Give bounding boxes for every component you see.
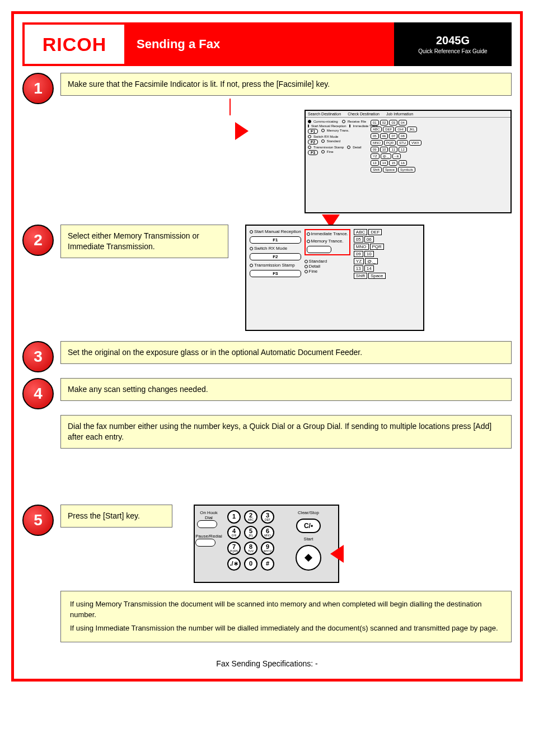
trans-mode-highlight: Immediate Trance. Memory Trance. (305, 229, 350, 255)
start-manual-label: Start Manual Reception (311, 124, 346, 128)
f1-key[interactable]: F1 (308, 129, 318, 134)
spec-heading: Fax Sending Specifications: - (22, 659, 512, 670)
pause-label: Pause/Redial (195, 534, 222, 539)
job-info-label: Job Information (386, 112, 413, 116)
fine-label2[interactable]: Fine (309, 269, 318, 274)
standard-label2[interactable]: Standard (309, 259, 327, 264)
tab-stu[interactable]: STU (397, 140, 408, 146)
step-1-number: 1 (22, 73, 54, 104)
numkey-star[interactable]: ./∗ (227, 557, 241, 571)
note-box: If using Memory Transmission the documen… (60, 591, 512, 643)
diamond-icon (305, 554, 312, 562)
step-2-text: Select either Memory Transmission or Imm… (60, 225, 228, 258)
page-frame: RICOH Sending a Fax 2045G Quick Referenc… (11, 11, 523, 682)
numkey-4[interactable]: 4GHI (227, 526, 241, 539)
clear-button[interactable]: C/• (296, 519, 321, 533)
numkey-hash[interactable]: # (261, 557, 274, 571)
model-number: 2045G (436, 34, 470, 47)
screenshot-1-row: Search Destination Check Destination Job… (22, 110, 512, 213)
page-title: Sending a Fax (137, 37, 220, 52)
tab-ghi[interactable]: GHI (395, 127, 406, 132)
start-label: Start (304, 536, 313, 542)
numkey-1[interactable]: 1 (227, 510, 241, 524)
pause-button[interactable] (195, 539, 216, 547)
trans-stamp-label2: Transmission Stamp (254, 263, 295, 268)
check-dest-label: Check Destination (348, 112, 380, 116)
f2-key2[interactable]: F2 (250, 253, 301, 260)
f3-key[interactable]: F3 (308, 150, 318, 155)
arrow-right-icon (235, 122, 249, 140)
fax-trans-mode-screen: Start Manual Reception F1 Switch RX Mode… (245, 225, 424, 331)
start-manual-label2: Start Manual Reception (254, 229, 301, 234)
numkey-9[interactable]: 9WXYZ (261, 542, 274, 555)
fine-label: Fine (327, 150, 334, 155)
title-bar: Sending a Fax (127, 22, 394, 66)
tab-def[interactable]: DEF (383, 127, 394, 132)
tab-pqr[interactable]: PQR (384, 140, 396, 146)
note-line-2: If using Immediate Transmission the numb… (70, 623, 502, 634)
numkey-5[interactable]: 5JKL (244, 526, 257, 539)
tab-dash[interactable]: -.& (392, 153, 401, 159)
tab-mno2[interactable]: MNO (354, 244, 369, 250)
tab-yz2[interactable]: YZ (354, 258, 364, 264)
step-5-text: Press the [Start] key. (60, 505, 172, 528)
step-3-text: Set the original on the exposure glass o… (60, 341, 512, 364)
memory-trans-label: Memory Trans. (327, 129, 349, 134)
f3-key2[interactable]: F3 (250, 270, 301, 277)
tab-jkl[interactable]: JKL (407, 127, 417, 132)
guide-subtitle: Quick Reference Fax Guide (418, 48, 487, 54)
numkey-7[interactable]: 7PQRS (227, 542, 241, 555)
tab-vwx[interactable]: VWX (409, 140, 421, 146)
f2-key[interactable]: F2 (308, 139, 318, 144)
numkey-3[interactable]: 3DEF (261, 510, 274, 524)
note-line-1: If using Memory Transmission the documen… (70, 599, 502, 620)
onhook-label: On Hook Dial (197, 510, 221, 520)
brand-logo: RICOH (22, 22, 127, 66)
tab-abc[interactable]: ABC (371, 127, 382, 132)
tab-mno[interactable]: MNO (371, 140, 383, 146)
switch-rx-label2: Switch RX Mode (254, 246, 287, 251)
step-3-number: 3 (22, 341, 54, 372)
numkey-6[interactable]: 6MNO (261, 526, 274, 539)
trans-stamp-label: Transmission Stamp (313, 146, 344, 149)
detail-label: Detail (353, 146, 361, 149)
tab-at2[interactable]: @._ (365, 258, 378, 264)
numkey-8[interactable]: 8TUV (244, 542, 257, 555)
tab-at[interactable]: @._ (381, 153, 391, 159)
step-5-number: 5 (22, 505, 54, 536)
brand-text: RICOH (43, 34, 107, 55)
step-4-row: 4 Make any scan setting changes needed. (22, 378, 512, 409)
numkey-0[interactable]: 0 (244, 557, 257, 571)
tab-pqr2[interactable]: PQR (370, 244, 384, 250)
start-button[interactable] (296, 545, 321, 571)
keypad-panel: On Hook Dial Pause/Redial 1 2ABC 3DEF 4G… (194, 505, 339, 583)
space-key[interactable]: Space (383, 167, 397, 172)
shift-key[interactable]: Shift (371, 167, 382, 172)
step-4-number: 4 (22, 378, 54, 409)
symbols-key[interactable]: Symbols (398, 167, 415, 172)
header: RICOH Sending a Fax 2045G Quick Referenc… (22, 22, 512, 66)
step-4a-row: Dial the fax number either using the num… (22, 415, 512, 449)
standard-label: Standard (327, 139, 340, 144)
step-4-text: Make any scan setting changes needed. (60, 378, 512, 401)
f1-key2[interactable]: F1 (250, 236, 301, 244)
immediate-trance-label[interactable]: Immediate Trance. (311, 231, 348, 236)
step-4a-text: Dial the fax number either using the num… (60, 415, 512, 449)
step-1-text: Make sure that the Facsimile Indicator i… (60, 73, 512, 96)
step-2-number: 2 (22, 225, 54, 256)
detail-label2[interactable]: Detail (309, 264, 320, 269)
step-1-row: 1 Make sure that the Facsimile Indicator… (22, 73, 512, 104)
fax-main-screen: Search Destination Check Destination Job… (305, 110, 512, 213)
step-2-row: 2 Select either Memory Transmission or I… (22, 225, 512, 331)
memory-trance-label[interactable]: Memory Trance. (311, 239, 344, 244)
step-5-row: 5 Press the [Start] key. On Hook Dial Pa… (22, 505, 512, 583)
numkey-2[interactable]: 2ABC (244, 510, 257, 524)
receive-file-label: Receive File (348, 120, 366, 123)
space-key2[interactable]: Space (368, 273, 386, 279)
tab-def2[interactable]: DEF (368, 229, 382, 235)
tab-abc2[interactable]: ABC (354, 229, 367, 235)
step-3-row: 3 Set the original on the exposure glass… (22, 341, 512, 372)
shift-key2[interactable]: Shift (354, 273, 367, 279)
onhook-button[interactable] (197, 520, 217, 528)
tab-yz[interactable]: YZ (371, 153, 380, 159)
